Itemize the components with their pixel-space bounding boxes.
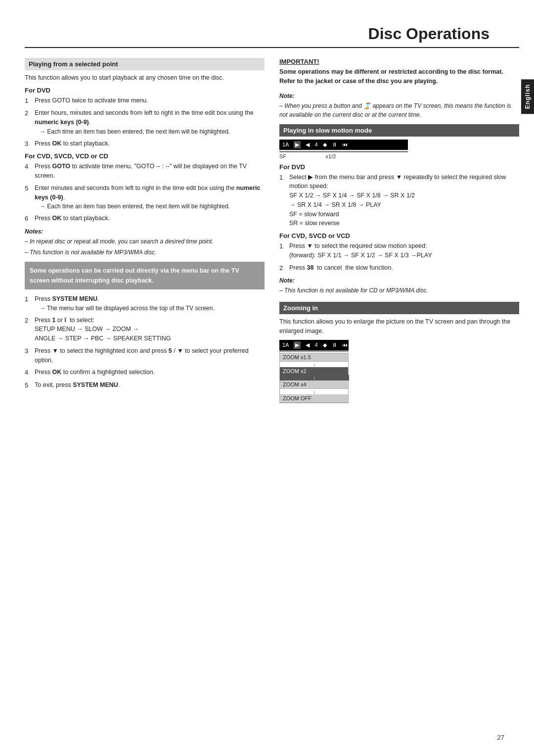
section-playing-from-selected: Playing from a selected point This funct… xyxy=(25,58,265,257)
page-header: Disc Operations xyxy=(25,20,519,48)
zoom-icon-play: ▶ xyxy=(294,341,301,349)
zoom-icon-diamond: ◆ xyxy=(323,342,327,348)
dvd-steps: 1 Press GOTO twice to activate time menu… xyxy=(25,96,265,149)
important-label: IMPORTANT! xyxy=(279,58,519,65)
zoom-items-list: ZOOM x1.5 ↓ ZOOM x2 ↓ ZOOM x4 ↓ ZOOM OFF xyxy=(279,353,349,403)
slow-for-dvd-label: For DVD xyxy=(279,163,519,171)
icon-4: 4 xyxy=(314,142,317,147)
sys-step-1-arrow: → The menu bar will be displayed across … xyxy=(40,304,265,313)
zoom-bar-bottom xyxy=(279,350,349,352)
icon-rewind: ⏮ xyxy=(342,142,348,147)
menu-bar: 1A ▶ ◀ 4 ◆ ⏸ ⏮ xyxy=(279,140,408,150)
step-1: 1 Press GOTO twice to activate time menu… xyxy=(25,96,265,106)
section-title-zoom: Zooming in xyxy=(279,302,519,314)
step-3: 3 Press OK to start playback. xyxy=(25,139,265,149)
section-title-slow: Playing in slow motion mode xyxy=(279,124,519,137)
step-2: 2 Enter hours, minutes and seconds from … xyxy=(25,108,265,136)
page-number: 27 xyxy=(497,734,504,741)
slow-motion-menu-graphic: 1A ▶ ◀ 4 ◆ ⏸ ⏮ SF x1/2 xyxy=(279,140,519,159)
zoom-item-off: ZOOM OFF xyxy=(280,394,348,403)
zoom-icon-prev: ◀ xyxy=(306,342,310,348)
icon-1a: 1A xyxy=(282,142,289,147)
sys-step-3: 3 Press ▼ to select the highlighted icon… xyxy=(25,346,265,365)
menu-bar-bottom xyxy=(279,151,408,152)
slow-for-cvd-label: For CVD, SVCD or VCD xyxy=(279,232,519,239)
step-4: 4 Press GOTO to activate time menu, "GOT… xyxy=(25,162,265,181)
slow-cvd-step-1: 1 Press ▼ to select the required slow mo… xyxy=(279,241,519,260)
sys-step-1: 1 Press SYSTEM MENU. → The menu bar will… xyxy=(25,294,265,313)
zoom-intro: This function allows you to enlarge the … xyxy=(279,317,519,336)
slow-cvd-step-2: 2 Press 38 to cancel the slow function. xyxy=(279,263,519,273)
icon-prev: ◀ xyxy=(306,142,310,148)
section-slow-motion: Playing in slow motion mode 1A ▶ ◀ 4 ◆ ⏸… xyxy=(279,124,519,295)
slow-cvd-steps: 1 Press ▼ to select the required slow mo… xyxy=(279,241,519,273)
slow-dvd-step-1: 1 Select ▶ from the menu bar and press ▼… xyxy=(279,173,519,229)
step-5-arrow: → Each time an item has been entered, th… xyxy=(40,202,265,211)
section-zooming: Zooming in This function allows you to e… xyxy=(279,302,519,403)
icon-pause: ⏸ xyxy=(332,142,337,147)
content-columns: Playing from a selected point This funct… xyxy=(0,58,534,403)
for-cvd-label: For CVD, SVCD, VCD or CD xyxy=(25,152,265,160)
highlight-box: Some operations can be carried out direc… xyxy=(25,262,265,289)
for-dvd-label: For DVD xyxy=(25,87,265,94)
step-6: 6 Press OK to start playback. xyxy=(25,214,265,224)
menu-bar-label: SF x1/2 xyxy=(279,153,519,159)
icon-play: ▶ xyxy=(294,141,301,148)
slow-note-block: Note: – This function is not available f… xyxy=(279,277,519,295)
left-column: Playing from a selected point This funct… xyxy=(25,58,265,403)
zoom-arrow-3: ↓ xyxy=(280,389,349,394)
zoom-icon-1a: 1A xyxy=(282,342,289,348)
zoom-arrow-1: ↓ xyxy=(280,362,349,367)
section-title-playing: Playing from a selected point xyxy=(25,58,265,70)
notes-block: Notes: – In repeat disc or repeat all mo… xyxy=(25,228,265,257)
zoom-icon-4: 4 xyxy=(314,342,317,348)
page-title: Disc Operations xyxy=(368,25,490,43)
page-container: English Disc Operations Playing from a s… xyxy=(0,0,534,756)
zoom-graphic: 1A ▶ ◀ 4 ◆ ⏸ ⏮ ZOOM x1.5 ↓ ZOOM x2 ↓ xyxy=(279,340,519,403)
sys-step-5: 5 To exit, press SYSTEM MENU. xyxy=(25,380,265,390)
sys-step-4: 4 Press OK to confirm a highlighted sele… xyxy=(25,368,265,378)
zoom-item-4: ZOOM x4 xyxy=(280,380,348,389)
note-block: Note: – When you press a button and ⌛ ap… xyxy=(279,92,519,119)
zoom-item-2: ZOOM x2 xyxy=(280,367,348,375)
side-tab: English xyxy=(521,79,534,114)
sys-step-2: 2 Press 1 or ï to select: SETUP MENU → S… xyxy=(25,316,265,343)
right-column: IMPORTANT! Some operations may be differ… xyxy=(279,58,519,403)
icon-diamond: ◆ xyxy=(323,142,327,148)
zoom-icon-pause: ⏸ xyxy=(332,342,337,348)
important-box: IMPORTANT! Some operations may be differ… xyxy=(279,58,519,86)
step-2-arrow: → Each time an item has been entered, th… xyxy=(40,127,265,136)
zoom-menu-bar: 1A ▶ ◀ 4 ◆ ⏸ ⏮ xyxy=(279,340,349,350)
slow-dvd-steps: 1 Select ▶ from the menu bar and press ▼… xyxy=(279,173,519,229)
zoom-arrow-2: ↓ xyxy=(280,375,349,380)
section-intro: This function allows you to start playba… xyxy=(25,73,265,83)
cvd-steps: 4 Press GOTO to activate time menu, "GOT… xyxy=(25,162,265,224)
step-5: 5 Enter minutes and seconds from left to… xyxy=(25,184,265,211)
important-bold-text: Some operations may be different or rest… xyxy=(279,67,519,86)
zoom-icon-rewind: ⏮ xyxy=(342,342,348,348)
system-menu-steps: 1 Press SYSTEM MENU. → The menu bar will… xyxy=(25,294,265,390)
zoom-item-15: ZOOM x1.5 xyxy=(280,353,348,362)
